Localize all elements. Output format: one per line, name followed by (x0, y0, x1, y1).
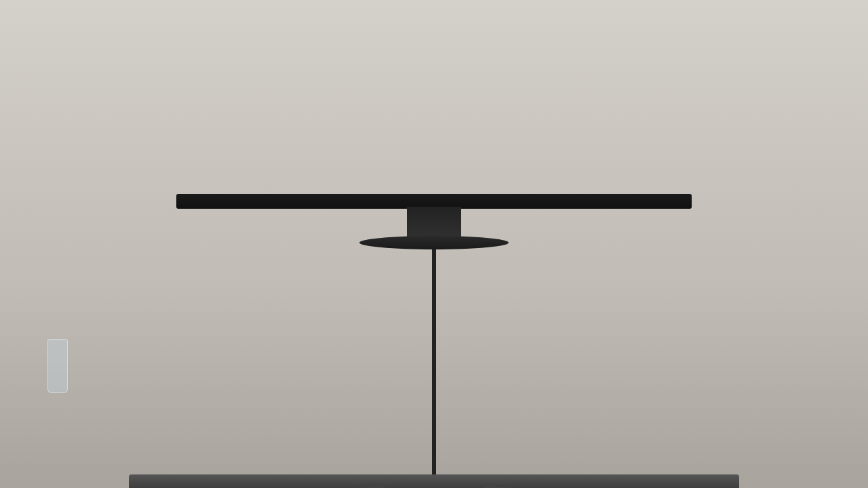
tv-stand-base (359, 236, 509, 249)
table-surface (129, 474, 739, 488)
glass-decoration (47, 339, 68, 393)
